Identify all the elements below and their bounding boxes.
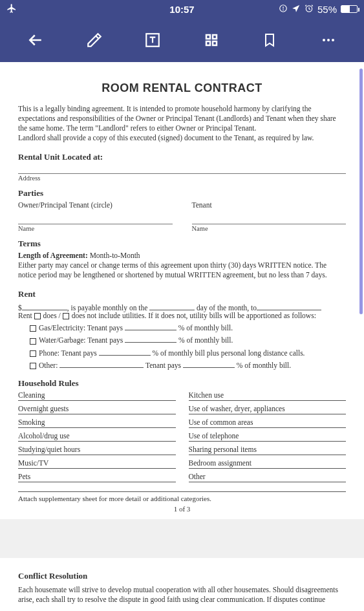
length-value: Month-to-Month: [90, 252, 140, 259]
rule-left-5: Music/TV: [18, 459, 176, 469]
rent-line-1: $, is payable monthly on the day of the …: [18, 303, 346, 312]
attach-note: Attach supplementary sheet for more deta…: [18, 495, 346, 502]
document-viewport[interactable]: ROOM RENTAL CONTRACT This is a legally b…: [0, 62, 364, 611]
battery-icon: [341, 5, 358, 13]
rule-left-4: Studying/quiet hours: [18, 445, 176, 455]
svg-rect-7: [213, 41, 217, 45]
rule-right-0: Kitchen use: [189, 391, 347, 401]
svg-rect-5: [213, 35, 217, 39]
address-line: [18, 165, 346, 174]
svg-rect-4: [206, 35, 210, 39]
location-heading: Rental Unit Located at:: [18, 152, 346, 162]
page-gap: [0, 519, 364, 558]
doc-title: ROOM RENTAL CONTRACT: [18, 81, 346, 95]
rule-right-6: Other: [189, 473, 347, 482]
utilities-list: Gas/Electricity: Tenant pays % of monthl…: [18, 323, 346, 369]
scroll-indicator[interactable]: [359, 69, 363, 314]
more-button[interactable]: [316, 27, 341, 53]
rule-left-6: Pets: [18, 473, 176, 482]
edit-button[interactable]: [81, 27, 107, 53]
address-label: Address: [18, 175, 346, 182]
owner-name-line: [18, 215, 173, 224]
grid-view-button[interactable]: [198, 27, 224, 53]
svg-point-10: [332, 39, 334, 41]
rent-heading: Rent: [18, 289, 346, 299]
tenant-label: Tenant: [192, 201, 347, 209]
svg-rect-6: [206, 41, 210, 45]
terms-body: Either party may cancel or change terms …: [18, 261, 346, 280]
battery-percent: 55%: [317, 4, 337, 15]
owner-label: Owner/Principal Tenant (circle): [18, 201, 173, 209]
text-style-button[interactable]: [140, 27, 166, 53]
svg-point-8: [323, 39, 325, 41]
document-page-2: Conflict Resolution Each housemate will …: [0, 558, 364, 611]
owner-name-label: Name: [18, 225, 173, 232]
rule-left-1: Overnight guests: [18, 405, 176, 414]
rule-right-5: Bedroom assignment: [189, 459, 347, 469]
toolbar: [0, 18, 364, 62]
alarm-icon: [305, 4, 314, 15]
terms-heading: Terms: [18, 239, 346, 249]
rent-line-2: Rent does / does not include utilities. …: [18, 312, 346, 319]
rule-left-2: Smoking: [18, 418, 176, 428]
airplane-mode-icon: [6, 3, 17, 16]
divider: [18, 491, 346, 492]
bookmark-button[interactable]: [257, 27, 283, 53]
conflict-heading: Conflict Resolution: [18, 571, 346, 581]
back-button[interactable]: [23, 27, 48, 53]
rules-heading: Household Rules: [18, 378, 346, 389]
tenant-name-label: Name: [192, 225, 347, 232]
location-icon: [292, 4, 301, 15]
svg-point-9: [327, 39, 330, 41]
rule-right-1: Use of washer, dryer, appliances: [189, 405, 347, 414]
rule-left-0: Cleaning: [18, 391, 176, 401]
document-page-1: ROOM RENTAL CONTRACT This is a legally b…: [0, 62, 364, 519]
status-bar: 10:57 55%: [0, 0, 364, 18]
conflict-body: Each housemate will strive to develop mu…: [18, 585, 346, 605]
page-number: 1 of 3: [18, 505, 346, 513]
intro-text: This is a legally binding agreement. It …: [18, 104, 346, 143]
rules-grid: Cleaning Kitchen use Overnight guests Us…: [18, 391, 346, 482]
rotation-lock-icon: [279, 4, 288, 15]
tenant-name-line: [192, 215, 347, 224]
length-label: Length of Agreement:: [18, 252, 88, 259]
rule-right-2: Use of common areas: [189, 418, 347, 428]
rule-right-3: Use of telephone: [189, 432, 347, 442]
svg-point-1: [283, 10, 284, 10]
status-time: 10:57: [169, 4, 194, 15]
rule-left-3: Alcohol/drug use: [18, 432, 176, 442]
parties-heading: Parties: [18, 188, 346, 198]
rule-right-4: Sharing personal items: [189, 445, 347, 455]
